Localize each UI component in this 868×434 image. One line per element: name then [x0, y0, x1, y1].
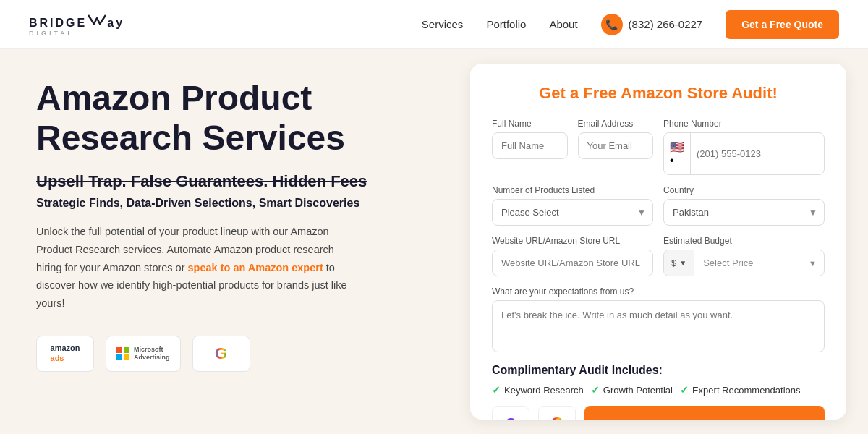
nav-phone: 📞 (832) 266-0227 [601, 14, 703, 35]
budget-group: Estimated Budget $ ▼ Select Price $500 $… [663, 236, 825, 276]
nav-services[interactable]: Services [422, 18, 464, 30]
get-quote-button[interactable]: Get a Free Quote [726, 10, 839, 39]
audit-items: ✓ Keyword Research ✓ Growth Potential ✓ … [492, 384, 825, 396]
country-select[interactable]: Pakistan United States United Kingdom [663, 199, 825, 226]
audit-item-growth: ✓ Growth Potential [591, 384, 673, 396]
google-logo: G [192, 336, 250, 372]
url-input[interactable] [492, 250, 653, 276]
tagline: Strategic Finds, Data-Driven Selections,… [36, 197, 441, 210]
logo-tagline: DIGITAL [29, 30, 124, 37]
description: Unlock the full potential of your produc… [36, 223, 354, 312]
logo-text-ay: ay [107, 17, 124, 29]
logo-text-bridge: BRIDGE [29, 17, 87, 29]
form-title: Get a Free Amazon Store Audit! [492, 84, 825, 103]
budget-input-wrap: $ ▼ Select Price $500 $1000 $2000+ ▼ [663, 250, 825, 276]
audit-section: Complimentary Audit Includes: ✓ Keyword … [492, 364, 825, 420]
country-label: Country [663, 185, 825, 195]
email-label: Email Address [578, 119, 654, 129]
audit-item-expert: ✓ Expert Recommendations [680, 384, 801, 396]
country-select-wrapper: Pakistan United States United Kingdom ▼ [663, 199, 825, 226]
phone-icon: 📞 [601, 14, 623, 35]
phone-number: (832) 266-0227 [629, 18, 703, 30]
audit-growth-label: Growth Potential [603, 385, 673, 396]
url-label: Website URL/Amazon Store URL [492, 236, 653, 246]
partner-logos: amazonads MicrosoftAdvertising G [36, 336, 441, 372]
products-group: Number of Products Listed Please Select … [492, 185, 653, 226]
phone-group: Phone Number 🇺🇸 • [663, 119, 825, 175]
audit-title: Complimentary Audit Includes: [492, 364, 825, 377]
logo-w [87, 12, 107, 30]
form-row-1: Full Name Email Address Phone Number 🇺🇸 … [492, 119, 825, 175]
form-partner-logos: C G → [492, 406, 825, 420]
full-name-label: Full Name [492, 119, 568, 129]
phone-label: Phone Number [663, 119, 825, 129]
price-select[interactable]: Select Price $500 $1000 $2000+ [694, 250, 809, 276]
form-row-2: Number of Products Listed Please Select … [492, 185, 825, 226]
logo: BRIDGE ay DIGITAL [29, 12, 124, 37]
nav-links: Services Portfolio About 📞 (832) 266-022… [422, 10, 839, 39]
microsoft-ads-logo: MicrosoftAdvertising [106, 336, 181, 372]
currency-badge[interactable]: $ ▼ [664, 250, 694, 276]
nav-portfolio[interactable]: Portfolio [486, 18, 526, 30]
phone-input-wrap: 🇺🇸 • [663, 132, 825, 175]
country-group: Country Pakistan United States United Ki… [663, 185, 825, 226]
budget-label: Estimated Budget [663, 236, 825, 246]
expectations-label: What are your expectations from us? [492, 286, 825, 297]
strikethrough-text: Upsell Trap. False Guarantees. Hidden Fe… [36, 172, 441, 191]
price-select-arrow: ▼ [809, 250, 824, 276]
audit-keyword-label: Keyword Research [504, 385, 584, 396]
expectations-group: What are your expectations from us? [492, 286, 825, 352]
phone-flag: 🇺🇸 • [664, 133, 691, 174]
form-clickup-logo: C [492, 406, 529, 420]
navbar: BRIDGE ay DIGITAL Services Portfolio Abo… [0, 0, 868, 49]
audit-expert-label: Expert Recommendations [692, 385, 801, 396]
phone-input[interactable] [691, 141, 824, 166]
amazon-expert-link[interactable]: speak to an Amazon expert [188, 262, 323, 273]
email-input[interactable] [578, 132, 654, 159]
check-icon-2: ✓ [591, 384, 600, 396]
form-submit-btn-preview[interactable]: → [584, 406, 825, 420]
nav-about[interactable]: About [549, 18, 577, 30]
products-label: Number of Products Listed [492, 185, 653, 195]
full-name-group: Full Name [492, 119, 568, 175]
main-content: Amazon Product Research Services Upsell … [0, 49, 868, 434]
full-name-input[interactable] [492, 132, 568, 159]
products-select[interactable]: Please Select 1-10 11-50 51-100 100+ [492, 199, 653, 226]
amazon-ads-logo: amazonads [36, 336, 94, 372]
check-icon-1: ✓ [492, 384, 501, 396]
left-section: Amazon Product Research Services Upsell … [0, 49, 470, 434]
email-group: Email Address [578, 119, 654, 175]
currency-symbol: $ [671, 258, 676, 268]
form-panel: Get a Free Amazon Store Audit! Full Name… [470, 64, 846, 420]
expectations-textarea[interactable] [492, 300, 825, 352]
check-icon-3: ✓ [680, 384, 689, 396]
audit-item-keyword: ✓ Keyword Research [492, 384, 584, 396]
form-google-logo: G [538, 406, 576, 420]
products-select-wrapper: Please Select 1-10 11-50 51-100 100+ ▼ [492, 199, 653, 226]
currency-dropdown-arrow: ▼ [679, 259, 686, 267]
hero-title: Amazon Product Research Services [36, 78, 441, 158]
submit-btn-label: → [700, 418, 710, 420]
form-row-3: Website URL/Amazon Store URL Estimated B… [492, 236, 825, 276]
url-group: Website URL/Amazon Store URL [492, 236, 653, 276]
